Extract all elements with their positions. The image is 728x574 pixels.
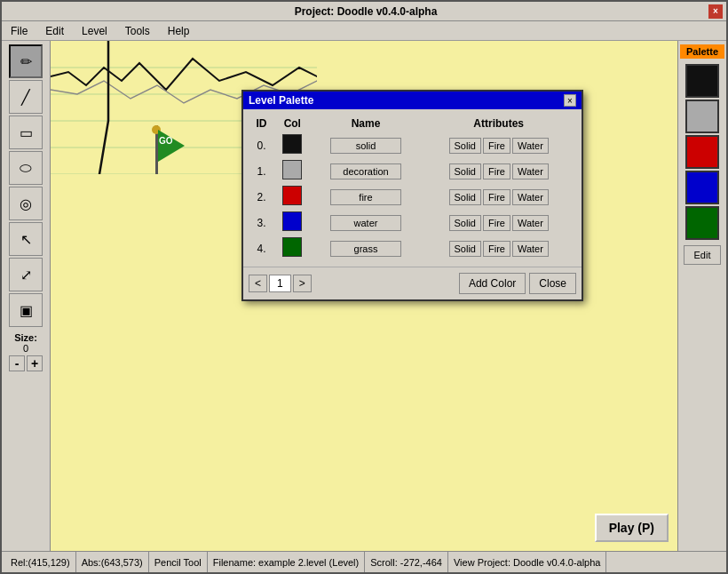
row-name-button-1[interactable]: decoration xyxy=(330,163,401,179)
attr-btn-water-1[interactable]: Water xyxy=(512,163,549,179)
row-name-button-4[interactable]: grass xyxy=(330,241,401,257)
palette-color-blue[interactable] xyxy=(685,171,719,204)
palette-color-green[interactable] xyxy=(685,206,719,240)
palette-color-red[interactable] xyxy=(685,135,719,169)
canvas-area[interactable]: GO Level Palette × ID Col Name xyxy=(51,41,677,551)
row-color-2 xyxy=(274,184,311,210)
attr-btn-solid-0[interactable]: Solid xyxy=(449,138,481,154)
status-rel: Rel:(415,129) xyxy=(5,552,76,572)
attr-btn-fire-1[interactable]: Fire xyxy=(483,163,510,179)
row-id-3: 3. xyxy=(249,210,274,235)
attr-btn-solid-1[interactable]: Solid xyxy=(449,163,481,179)
page-prev-button[interactable]: < xyxy=(249,275,267,292)
palette-color-grey[interactable] xyxy=(685,100,719,133)
dialog-close-button[interactable]: × xyxy=(564,94,576,107)
size-decrease-button[interactable]: - xyxy=(9,355,25,371)
add-color-button[interactable]: Add Color xyxy=(459,273,526,294)
attr-btn-fire-0[interactable]: Fire xyxy=(483,138,510,154)
row-color-4 xyxy=(274,235,311,261)
attr-btn-fire-4[interactable]: Fire xyxy=(483,241,510,257)
zoom-tool-button[interactable]: ⤢ xyxy=(9,258,43,291)
size-section: Size: 0 - + xyxy=(9,332,43,371)
pencil-tool-button[interactable]: ✏ xyxy=(9,44,43,78)
close-dialog-button[interactable]: Close xyxy=(529,273,576,294)
palette-edit-button[interactable]: Edit xyxy=(684,245,721,265)
erase-tool-button[interactable]: ▣ xyxy=(9,293,43,327)
size-increase-button[interactable]: + xyxy=(27,355,43,371)
col-attrs: Attributes xyxy=(421,115,576,132)
row-id-4: 4. xyxy=(249,235,274,261)
row-attrs-0: SolidFireWater xyxy=(421,132,576,158)
row-name-button-2[interactable]: fire xyxy=(330,189,401,205)
col-id: ID xyxy=(249,115,274,132)
page-number: 1 xyxy=(269,275,291,292)
play-button[interactable]: Play (P) xyxy=(595,514,669,542)
row-attrs-3: SolidFireWater xyxy=(421,210,576,235)
row-color-1 xyxy=(274,158,311,184)
window-close-button[interactable]: × xyxy=(708,4,723,19)
row-name-cell-2: fire xyxy=(311,184,422,210)
row-id-2: 2. xyxy=(249,184,274,210)
attr-btn-solid-3[interactable]: Solid xyxy=(449,215,481,231)
pagination: < 1 > xyxy=(249,275,312,292)
row-attrs-1: SolidFireWater xyxy=(421,158,576,184)
menu-tools[interactable]: Tools xyxy=(120,23,155,39)
attr-btn-water-0[interactable]: Water xyxy=(512,138,549,154)
rect-tool-button[interactable]: ▭ xyxy=(9,116,43,149)
status-filename: Filename: example 2.level (Level) xyxy=(208,552,365,572)
content-area: ✏ ╱ ▭ ⬭ ◎ ↖ ⤢ ▣ Size: 0 - + xyxy=(2,41,726,551)
title-bar: Project: Doodle v0.4.0-alpha × xyxy=(2,2,726,21)
dialog-title: Level Palette xyxy=(249,94,313,107)
attr-btn-fire-2[interactable]: Fire xyxy=(483,189,510,205)
row-name-cell-0: solid xyxy=(311,132,422,158)
left-toolbar: ✏ ╱ ▭ ⬭ ◎ ↖ ⤢ ▣ Size: 0 - + xyxy=(2,41,51,551)
table-row: 4.grassSolidFireWater xyxy=(249,235,576,261)
line-tool-button[interactable]: ╱ xyxy=(9,80,43,114)
attr-btn-water-4[interactable]: Water xyxy=(512,241,549,257)
menu-level[interactable]: Level xyxy=(76,23,113,39)
main-window: Project: Doodle v0.4.0-alpha × File Edit… xyxy=(0,0,728,574)
menu-help[interactable]: Help xyxy=(162,23,195,39)
ellipse-tool-button[interactable]: ⬭ xyxy=(9,151,43,185)
status-tool: Pencil Tool xyxy=(149,552,208,572)
row-id-0: 0. xyxy=(249,132,274,158)
status-project: View Project: Doodle v0.4.0-alpha xyxy=(448,552,607,572)
attr-btn-solid-2[interactable]: Solid xyxy=(449,189,481,205)
menu-edit[interactable]: Edit xyxy=(40,23,69,39)
attr-btn-water-3[interactable]: Water xyxy=(512,215,549,231)
status-abs: Abs:(643,573) xyxy=(76,552,149,572)
row-name-button-3[interactable]: water xyxy=(330,215,401,231)
window-title: Project: Doodle v0.4.0-alpha xyxy=(23,5,708,18)
row-id-1: 1. xyxy=(249,158,274,184)
size-value: 0 xyxy=(9,343,43,354)
select-tool-button[interactable]: ↖ xyxy=(9,222,43,256)
palette-color-black[interactable] xyxy=(685,64,719,98)
size-controls: - + xyxy=(9,355,43,371)
menu-file[interactable]: File xyxy=(5,23,33,39)
row-name-cell-3: water xyxy=(311,210,422,235)
status-bar: Rel:(415,129) Abs:(643,573) Pencil Tool … xyxy=(2,551,726,572)
menu-bar: File Edit Level Tools Help xyxy=(2,21,726,41)
row-attrs-4: SolidFireWater xyxy=(421,235,576,261)
palette-rows: 0.solidSolidFireWater1.decorationSolidFi… xyxy=(249,132,576,261)
dialog-titlebar: Level Palette × xyxy=(243,92,582,109)
dialog-footer: < 1 > Add Color Close xyxy=(243,267,582,299)
table-row: 1.decorationSolidFireWater xyxy=(249,158,576,184)
col-color: Col xyxy=(274,115,311,132)
size-label: Size: xyxy=(9,332,43,343)
page-next-button[interactable]: > xyxy=(293,275,312,292)
dialog-content: ID Col Name Attributes 0.solidSolidFireW… xyxy=(243,109,582,267)
row-attrs-2: SolidFireWater xyxy=(421,184,576,210)
footer-buttons: Add Color Close xyxy=(459,273,576,294)
table-row: 3.waterSolidFireWater xyxy=(249,210,576,235)
row-color-3 xyxy=(274,210,311,235)
palette-label: Palette xyxy=(680,44,724,59)
table-row: 0.solidSolidFireWater xyxy=(249,132,576,158)
doodad-tool-button[interactable]: ◎ xyxy=(9,187,43,220)
table-row: 2.fireSolidFireWater xyxy=(249,184,576,210)
attr-btn-solid-4[interactable]: Solid xyxy=(449,241,481,257)
attr-btn-water-2[interactable]: Water xyxy=(512,189,549,205)
attr-btn-fire-3[interactable]: Fire xyxy=(483,215,510,231)
row-name-button-0[interactable]: solid xyxy=(330,138,401,154)
go-flag: GO xyxy=(148,125,193,174)
